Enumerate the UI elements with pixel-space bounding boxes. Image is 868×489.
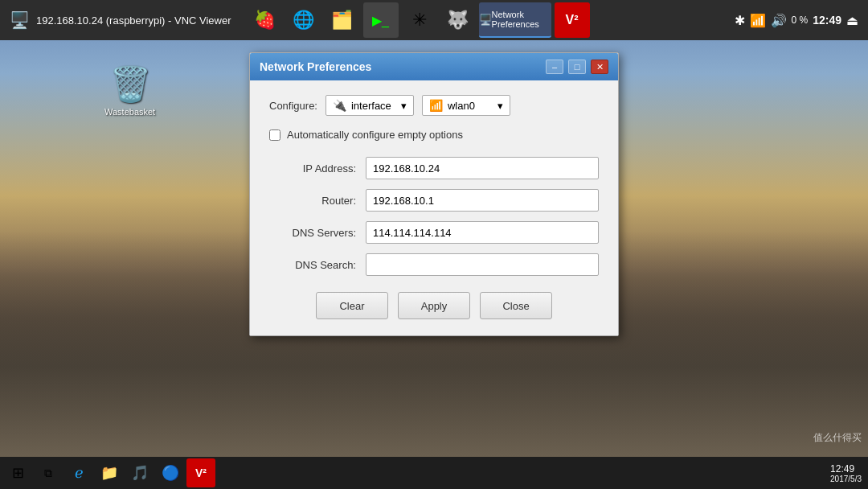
dialog-close-action-button[interactable]: Close	[480, 292, 552, 319]
router-input[interactable]	[366, 189, 599, 212]
top-app-vnc[interactable]: V²	[555, 2, 590, 38]
router-row: Router:	[269, 189, 599, 212]
auto-configure-checkbox[interactable]	[269, 129, 280, 141]
battery-percent: 0 %	[792, 14, 809, 26]
clear-button[interactable]: Clear	[316, 292, 388, 319]
dialog-buttons: Clear Apply Close	[269, 292, 599, 319]
start-button[interactable]: ⊞	[3, 458, 32, 487]
taskbar-left: ⊞ ⧉ ℯ 📁 🎵 🔵 V²	[0, 458, 215, 487]
clock-display: 12:49	[813, 14, 841, 27]
dialog-body: Configure: 🔌 interface ▾ 📶 wlan0 ▾ Autom…	[250, 80, 618, 335]
dns-servers-input[interactable]	[366, 221, 599, 244]
top-app-browser[interactable]: 🌐	[286, 2, 321, 38]
interface-icon: 🔌	[333, 99, 346, 112]
taskbar-files[interactable]: 📁	[95, 458, 124, 487]
vnc-title-info: 🖥️ 192.168.10.24 (raspberrypi) - VNC Vie…	[0, 10, 241, 30]
eject-icon[interactable]: ⏏	[846, 13, 858, 28]
top-app-raspberry[interactable]: 🍓	[248, 2, 283, 38]
taskbar-music[interactable]: 🎵	[125, 458, 154, 487]
top-app-network-label: Network Preferences	[492, 10, 551, 29]
taskbar-clock: 12:49	[830, 463, 862, 475]
dialog-maximize-button[interactable]: □	[568, 60, 586, 74]
taskbar-time: 12:49 2017/5/3	[830, 463, 862, 483]
dns-servers-label: DNS Servers:	[269, 227, 366, 239]
vnc-app-icon: 🖥️	[10, 10, 30, 30]
interface-dropdown[interactable]: 🔌 interface ▾	[326, 95, 414, 116]
ip-address-label: IP Address:	[269, 162, 366, 175]
router-label: Router:	[269, 195, 366, 207]
wlan-icon: 📶	[429, 99, 443, 112]
auto-configure-label: Automatically configure empty options	[287, 129, 463, 141]
taskbar-task-view[interactable]: ⧉	[34, 458, 63, 487]
dns-search-row: DNS Search:	[269, 253, 599, 276]
wlan-chevron-icon: ▾	[497, 100, 503, 112]
vnc-window-title: 192.168.10.24 (raspberrypi) - VNC Viewer	[36, 14, 231, 27]
wlan-label: wlan0	[448, 100, 475, 112]
top-app-terminal[interactable]: ▶_	[363, 2, 399, 38]
interface-chevron-icon: ▾	[401, 100, 407, 112]
top-app-files[interactable]: 🗂️	[325, 2, 360, 38]
top-app-network[interactable]: 🖥️ Network Preferences	[479, 2, 551, 38]
taskbar-right: 12:49 2017/5/3	[830, 463, 868, 483]
dialog-title: Network Preferences	[260, 60, 371, 73]
apply-button[interactable]: Apply	[398, 292, 470, 319]
auto-configure-row: Automatically configure empty options	[269, 129, 599, 141]
top-right-area: ✱ 📶 🔊 0 % 12:49 ⏏	[735, 13, 869, 28]
trash-desktop-icon[interactable]: 🗑️ Wastebasket	[104, 64, 155, 117]
dns-servers-row: DNS Servers:	[269, 221, 599, 244]
network-preferences-dialog: Network Preferences – □ ✕ Configure: 🔌 i…	[249, 52, 619, 336]
ip-address-input[interactable]	[366, 157, 599, 179]
configure-label: Configure:	[269, 100, 317, 112]
bluetooth-icon[interactable]: ✱	[735, 13, 745, 28]
taskbar: ⊞ ⧉ ℯ 📁 🎵 🔵 V² 12:49 2017/5/3	[0, 457, 868, 489]
wifi-icon[interactable]: 📶	[750, 13, 766, 28]
dialog-minimize-button[interactable]: –	[546, 60, 563, 74]
dns-search-label: DNS Search:	[269, 259, 366, 271]
trash-icon: 🗑️	[109, 64, 151, 104]
ip-address-row: IP Address:	[269, 157, 599, 179]
top-app-antivirus[interactable]: 🐺	[440, 2, 476, 38]
dialog-controls: – □ ✕	[546, 60, 608, 74]
volume-icon[interactable]: 🔊	[771, 13, 787, 28]
vnc-titlebar: 🖥️ 192.168.10.24 (raspberrypi) - VNC Vie…	[0, 0, 868, 40]
taskbar-date: 2017/5/3	[830, 475, 862, 483]
dns-search-input[interactable]	[366, 253, 599, 276]
wlan-dropdown[interactable]: 📶 wlan0 ▾	[422, 95, 510, 116]
configure-row: Configure: 🔌 interface ▾ 📶 wlan0 ▾	[269, 95, 599, 116]
dialog-close-button[interactable]: ✕	[591, 60, 608, 74]
dialog-titlebar: Network Preferences – □ ✕	[250, 53, 618, 80]
watermark-text: 值么什得买	[813, 432, 862, 443]
top-app-bar: 🍓 🌐 🗂️ ▶_ ✳ 🐺 🖥️ Network Preferences V²	[241, 2, 590, 38]
trash-label: Wastebasket	[104, 107, 155, 117]
watermark: 值么什得买	[813, 431, 862, 445]
top-app-asterisk[interactable]: ✳	[402, 2, 437, 38]
taskbar-blue[interactable]: 🔵	[156, 458, 185, 487]
interface-label: interface	[351, 100, 391, 112]
taskbar-edge[interactable]: ℯ	[64, 458, 93, 487]
taskbar-vnc[interactable]: V²	[186, 458, 215, 487]
battery-indicator: 0 %	[792, 14, 809, 26]
